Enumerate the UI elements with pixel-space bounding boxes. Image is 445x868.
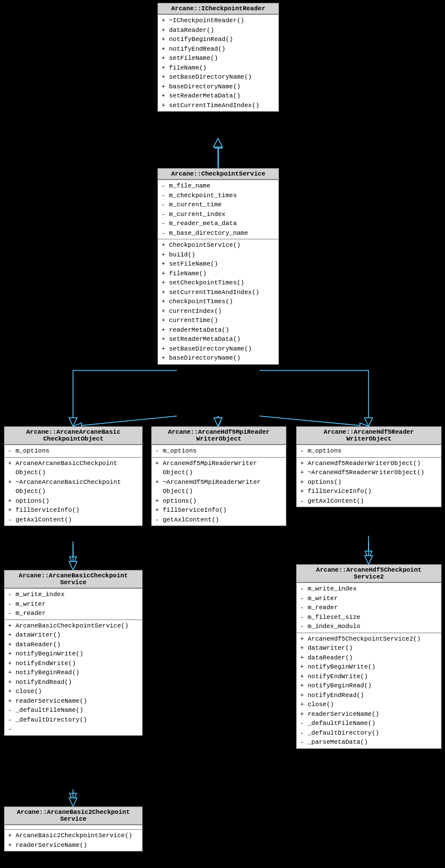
arcanehdf5mpireaderwriterobject-fields: - m_options (152, 445, 286, 457)
arcanebasiccheckpointobject-methods: + ArcaneArcaneBasicCheckpoint Object() +… (5, 457, 142, 526)
arcanebasic2checkpointservice-title: Arcane::ArcaneBasic2CheckpointService (5, 807, 142, 825)
svg-marker-25 (69, 798, 77, 806)
arcanehdf5checkpointservice2-box: Arcane::ArcaneHdf5CheckpointService2 - m… (296, 564, 442, 749)
svg-marker-9 (70, 557, 76, 565)
svg-marker-21 (69, 561, 77, 570)
arcanehdf5checkpointservice2-fields: - m_write_index - m_writer - m_reader - … (297, 582, 441, 633)
arcanebasiccheckpointservice-fields: - m_write_index - m_writer - m_reader (5, 588, 142, 620)
arcanehdf5readerwriterobject-fields: - m_options (297, 445, 441, 457)
arcanebasic2checkpointservice-empty (5, 825, 142, 829)
svg-marker-23 (365, 556, 373, 564)
svg-line-2 (73, 416, 177, 426)
arcanehdf5mpireaderwriterobject-title: Arcane::ArcaneHdf5MpiReaderWriterObject (152, 427, 286, 445)
icheckpointreader-box: Arcane::ICheckpointReader + ~ICheckpoint… (157, 3, 279, 112)
arcanehdf5mpireaderwriterobject-box: Arcane::ArcaneHdf5MpiReaderWriterObject … (151, 426, 286, 526)
svg-marker-5 (215, 418, 222, 426)
arcanebasiccheckpointobject-fields: - m_options (5, 445, 142, 457)
svg-marker-13 (70, 793, 76, 802)
svg-marker-1 (215, 140, 222, 148)
arcanehdf5readerwriterobject-title: Arcane::ArcaneHdf5ReaderWriterObject (297, 427, 441, 445)
arcanebasiccheckpointobject-title: Arcane::ArcaneArcaneBasicCheckpointObjec… (5, 427, 142, 445)
arcanebasiccheckpointobject-box: Arcane::ArcaneArcaneBasicCheckpointObjec… (4, 426, 143, 526)
arcanebasic2checkpointservice-methods: + ArcaneBasic2CheckpointService() + read… (5, 829, 142, 851)
arcanebasiccheckpointservice-box: Arcane::ArcaneBasicCheckpointService - m… (4, 570, 143, 736)
arcanehdf5checkpointservice2-title: Arcane::ArcaneHdf5CheckpointService2 (297, 565, 441, 582)
arcanehdf5readerwriterobject-box: Arcane::ArcaneHdf5ReaderWriterObject - m… (296, 426, 442, 507)
arcanebasic2checkpointservice-box: Arcane::ArcaneBasic2CheckpointService + … (4, 806, 143, 851)
svg-marker-15 (213, 138, 222, 147)
arcanebasiccheckpointservice-methods: + ArcaneBasicCheckpointService() + dataW… (5, 620, 142, 735)
svg-line-6 (260, 416, 369, 426)
arcanehdf5checkpointservice2-methods: + ArcaneHdf5CheckpointService2() + dataW… (297, 633, 441, 748)
checkpointservice-methods: + CheckpointService() + build() + setFil… (158, 239, 278, 364)
checkpointservice-box: Arcane::CheckpointService - m_file_name … (157, 168, 279, 365)
arcanehdf5mpireaderwriterobject-methods: + ArcaneHdf5MpiReaderWriter Object() + ~… (152, 457, 286, 526)
icheckpointreader-members: + ~ICheckpointReader() + dataReader() + … (158, 14, 278, 111)
diagram-container: Arcane::ICheckpointReader + ~ICheckpoint… (0, 0, 445, 868)
arcanebasiccheckpointservice-title: Arcane::ArcaneBasicCheckpointService (5, 570, 142, 588)
checkpointservice-fields: - m_file_name - m_checkpoint_times - m_c… (158, 180, 278, 239)
svg-marker-11 (365, 551, 372, 560)
svg-marker-18 (214, 418, 222, 426)
arcanehdf5readerwriterobject-methods: + ArcaneHdf5ReaderWriterObject() + ~Arca… (297, 457, 441, 507)
checkpointservice-title: Arcane::CheckpointService (158, 169, 278, 180)
svg-marker-16 (69, 418, 77, 426)
svg-marker-19 (365, 418, 373, 426)
icheckpointreader-title: Arcane::ICheckpointReader (158, 3, 278, 14)
